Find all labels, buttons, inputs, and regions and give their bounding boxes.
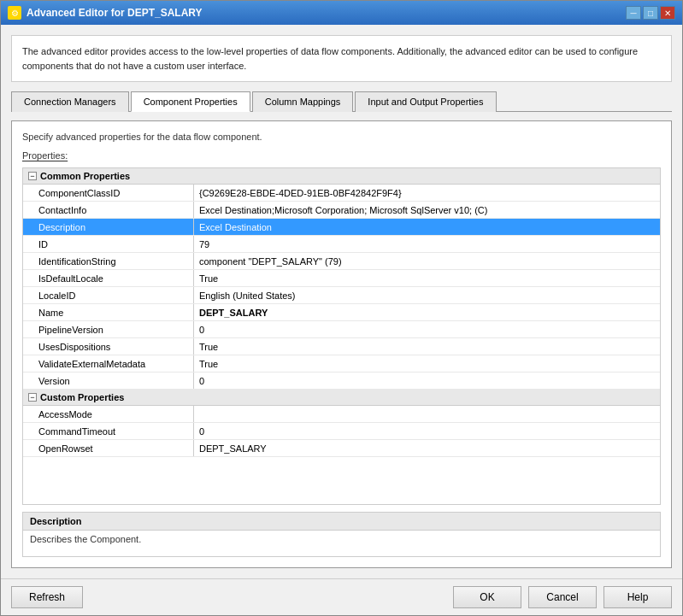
prop-value-pipelineversion: 0 bbox=[194, 321, 660, 337]
properties-label: Properties: bbox=[22, 150, 661, 161]
prop-value-localeid: English (United States) bbox=[194, 287, 660, 303]
titlebar: ⚙ Advanced Editor for DEPT_SALARY ─ □ ✕ bbox=[1, 1, 682, 25]
prop-value-description: Excel Destination bbox=[194, 219, 660, 235]
tab-bar: Connection Managers Component Properties… bbox=[11, 91, 672, 112]
prop-name-validateexternalmetadata: ValidateExternalMetadata bbox=[23, 355, 194, 372]
minimize-button[interactable]: ─ bbox=[626, 6, 641, 20]
prop-row-componentclassid[interactable]: ComponentClassID{C9269E28-EBDE-4DED-91EB… bbox=[23, 185, 660, 202]
prop-value-validateexternalmetadata: True bbox=[194, 355, 660, 372]
prop-value-openrowset: DEPT_SALARY bbox=[194, 440, 660, 456]
main-content: The advanced editor provides access to t… bbox=[1, 25, 682, 578]
titlebar-left: ⚙ Advanced Editor for DEPT_SALARY bbox=[8, 6, 203, 20]
intro-description: The advanced editor provides access to t… bbox=[11, 35, 672, 82]
expand-icon-common[interactable]: − bbox=[28, 172, 37, 180]
ok-button[interactable]: OK bbox=[453, 586, 521, 608]
main-window: ⚙ Advanced Editor for DEPT_SALARY ─ □ ✕ … bbox=[0, 0, 683, 616]
prop-row-description[interactable]: DescriptionExcel Destination bbox=[23, 219, 660, 236]
prop-row-contactinfo[interactable]: ContactInfoExcel Destination;Microsoft C… bbox=[23, 202, 660, 219]
prop-row-name[interactable]: NameDEPT_SALARY bbox=[23, 304, 660, 321]
section-title-common: Common Properties bbox=[40, 171, 130, 181]
prop-name-pipelineversion: PipelineVersion bbox=[23, 321, 194, 337]
prop-row-localeid[interactable]: LocaleIDEnglish (United States) bbox=[23, 287, 660, 304]
close-button[interactable]: ✕ bbox=[660, 6, 675, 20]
prop-name-commandtimeout: CommandTimeout bbox=[23, 423, 194, 439]
window-icon: ⚙ bbox=[8, 6, 21, 20]
prop-value-version: 0 bbox=[194, 373, 660, 389]
window-title: Advanced Editor for DEPT_SALARY bbox=[26, 7, 203, 19]
prop-row-openrowset[interactable]: OpenRowsetDEPT_SALARY bbox=[23, 440, 660, 457]
prop-value-name: DEPT_SALARY bbox=[194, 304, 660, 320]
cancel-button[interactable]: Cancel bbox=[528, 586, 597, 608]
prop-row-commandtimeout[interactable]: CommandTimeout0 bbox=[23, 423, 660, 440]
prop-value-componentclassid: {C9269E28-EBDE-4DED-91EB-0BF42842F9F4} bbox=[194, 185, 660, 201]
prop-row-accessmode[interactable]: AccessMode bbox=[23, 406, 660, 423]
prop-value-contactinfo: Excel Destination;Microsoft Corporation;… bbox=[194, 202, 660, 218]
prop-value-accessmode bbox=[194, 406, 660, 422]
prop-row-identificationstring[interactable]: IdentificationStringcomponent "DEPT_SALA… bbox=[23, 253, 660, 270]
description-footer: Description Describes the Component. bbox=[22, 512, 661, 557]
section-header-common[interactable]: −Common Properties bbox=[23, 168, 660, 185]
prop-name-description: Description bbox=[23, 219, 194, 235]
prop-name-isdefaultlocale: IsDefaultLocale bbox=[23, 270, 194, 286]
intro-text: The advanced editor provides access to t… bbox=[22, 46, 638, 71]
desc-footer-title: Description bbox=[23, 513, 660, 531]
panel-header: Specify advanced properties for the data… bbox=[22, 132, 661, 142]
prop-name-accessmode: AccessMode bbox=[23, 406, 194, 422]
window-controls: ─ □ ✕ bbox=[626, 6, 675, 20]
tab-component-properties[interactable]: Component Properties bbox=[131, 91, 250, 112]
maximize-button[interactable]: □ bbox=[643, 6, 658, 20]
help-button[interactable]: Help bbox=[604, 586, 672, 608]
prop-value-id: 79 bbox=[194, 236, 660, 252]
prop-name-identificationstring: IdentificationString bbox=[23, 253, 194, 269]
prop-row-isdefaultlocale[interactable]: IsDefaultLocaleTrue bbox=[23, 270, 660, 287]
prop-row-pipelineversion[interactable]: PipelineVersion0 bbox=[23, 321, 660, 338]
prop-value-identificationstring: component "DEPT_SALARY" (79) bbox=[194, 253, 660, 269]
prop-value-isdefaultlocale: True bbox=[194, 270, 660, 286]
prop-name-localeid: LocaleID bbox=[23, 287, 194, 303]
tab-connection-managers[interactable]: Connection Managers bbox=[11, 91, 129, 112]
prop-name-contactinfo: ContactInfo bbox=[23, 202, 194, 218]
prop-name-version: Version bbox=[23, 373, 194, 389]
prop-name-openrowset: OpenRowset bbox=[23, 440, 194, 456]
properties-table[interactable]: −Common PropertiesComponentClassID{C9269… bbox=[22, 167, 661, 505]
tab-input-output-properties[interactable]: Input and Output Properties bbox=[355, 91, 496, 112]
prop-name-usesdispositions: UsesDispositions bbox=[23, 338, 194, 355]
prop-name-id: ID bbox=[23, 236, 194, 252]
prop-name-componentclassid: ComponentClassID bbox=[23, 185, 194, 201]
tab-column-mappings[interactable]: Column Mappings bbox=[252, 91, 354, 112]
action-buttons: OK Cancel Help bbox=[453, 586, 672, 608]
component-properties-panel: Specify advanced properties for the data… bbox=[11, 120, 672, 568]
prop-row-usesdispositions[interactable]: UsesDispositionsTrue bbox=[23, 338, 660, 355]
refresh-button[interactable]: Refresh bbox=[11, 586, 83, 608]
section-header-custom[interactable]: −Custom Properties bbox=[23, 390, 660, 406]
prop-row-validateexternalmetadata[interactable]: ValidateExternalMetadataTrue bbox=[23, 355, 660, 373]
expand-icon-custom[interactable]: − bbox=[28, 393, 37, 402]
bottom-bar: Refresh OK Cancel Help bbox=[1, 578, 682, 615]
prop-name-name: Name bbox=[23, 304, 194, 320]
prop-row-id[interactable]: ID79 bbox=[23, 236, 660, 253]
prop-value-commandtimeout: 0 bbox=[194, 423, 660, 439]
desc-footer-text: Describes the Component. bbox=[23, 531, 660, 556]
prop-value-usesdispositions: True bbox=[194, 338, 660, 355]
section-title-custom: Custom Properties bbox=[40, 392, 124, 402]
prop-row-version[interactable]: Version0 bbox=[23, 373, 660, 390]
